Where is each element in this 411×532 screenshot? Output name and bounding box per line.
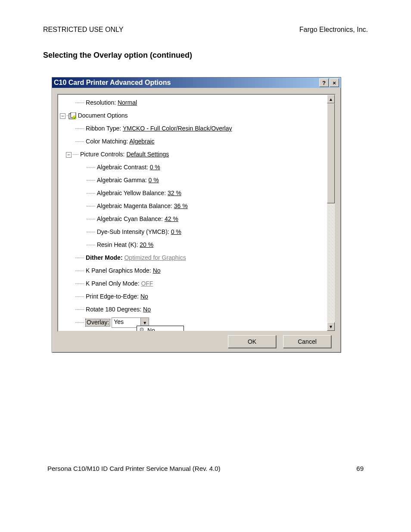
scroll-up-button[interactable]: ▲ xyxy=(327,95,335,103)
expander-icon[interactable]: − xyxy=(66,152,72,158)
dialog-window: C10 Card Printer Advanced Options ? × ··… xyxy=(52,77,341,353)
tree-item-rotate-180[interactable]: ········· Rotate 180 Degrees: No xyxy=(60,303,334,316)
cancel-button[interactable]: Cancel xyxy=(283,335,331,348)
tree-item-alg-contrast[interactable]: ········· Algebraic Contrast: 0 % xyxy=(60,161,334,174)
lightbulb-off-icon xyxy=(139,327,145,332)
close-button[interactable]: × xyxy=(330,78,339,87)
tree-item-edge-to-edge[interactable]: ········· Print Edge-to-Edge: No xyxy=(60,290,334,303)
footer-text: Persona C10/M10 ID Card Printer Service … xyxy=(47,465,221,472)
tree-item-k-panel-graphics[interactable]: ········· K Panel Graphics Mode: No xyxy=(60,264,334,277)
tree-item-resolution[interactable]: ········· Resolution: Normal xyxy=(60,96,334,109)
tree-item-alg-gamma[interactable]: ········· Algebraic Gamma: 0 % xyxy=(60,174,334,187)
document-options-icon xyxy=(68,112,76,119)
dialog-title: C10 Card Printer Advanced Options xyxy=(54,79,171,87)
tree-item-k-panel-only[interactable]: ········· K Panel Only Mode: OFF xyxy=(60,277,334,290)
tree-item-overlay[interactable]: ········· Overlay: Yes ▼ xyxy=(60,316,334,329)
tree-item-alg-cyan[interactable]: ········· Algebraic Cyan Balance: 42 % xyxy=(60,213,334,226)
tree-item-ribbon-type[interactable]: ········· Ribbon Type: YMCKO - Full Colo… xyxy=(60,122,334,135)
tree-item-document-options[interactable]: − ·· Document Options xyxy=(60,109,334,122)
tree-item-color-matching[interactable]: ········· Color Matching: Algebraic xyxy=(60,135,334,148)
tree-item-dither-mode[interactable]: ········· Dither Mode: Optimized for Gra… xyxy=(60,252,334,264)
overlay-dropdown[interactable]: No Yes xyxy=(137,326,184,332)
ok-button[interactable]: OK xyxy=(228,335,276,348)
tree-item-picture-controls[interactable]: − ······ Picture Controls: Default Setti… xyxy=(60,148,334,161)
tree-item-alg-magenta[interactable]: ········· Algebraic Magenta Balance: 36 … xyxy=(60,200,334,213)
tree-item-resin-heat[interactable]: ········· Resin Heat (K): 20 % xyxy=(60,239,334,252)
header-left: RESTRICTED USE ONLY xyxy=(43,26,123,34)
vertical-scrollbar[interactable]: ▲ ▼ xyxy=(327,95,335,331)
scroll-down-button[interactable]: ▼ xyxy=(327,322,335,331)
page-number: 69 xyxy=(356,465,364,472)
section-title: Selecting the Overlay option (continued) xyxy=(43,51,368,60)
scroll-thumb[interactable] xyxy=(327,103,335,203)
header-right: Fargo Electronics, Inc. xyxy=(299,26,368,34)
tree-item-dye-sub[interactable]: ········· Dye-Sub Intensity (YMCB): 0 % xyxy=(60,226,334,239)
scroll-track[interactable] xyxy=(327,103,335,322)
tree-item-alg-yellow[interactable]: ········· Algebraic Yellow Balance: 32 % xyxy=(60,187,334,200)
options-tree: ········· Resolution: Normal − ·· Docume… xyxy=(57,94,336,332)
titlebar: C10 Card Printer Advanced Options ? × xyxy=(52,78,341,88)
svg-point-3 xyxy=(140,328,143,331)
expander-icon[interactable]: − xyxy=(60,113,65,119)
overlay-option-no[interactable]: No xyxy=(137,326,184,332)
overlay-label: Overlay: xyxy=(86,319,110,326)
help-button[interactable]: ? xyxy=(319,78,329,87)
